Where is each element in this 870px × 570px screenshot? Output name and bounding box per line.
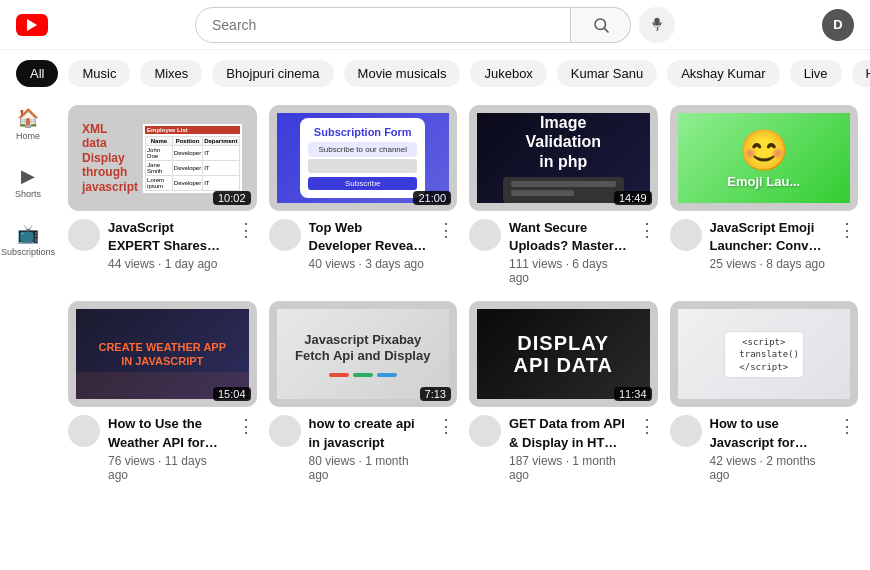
filter-chip-bhojpuri[interactable]: Bhojpuri cinema bbox=[212, 60, 333, 87]
thumbnail: Create Weather Appin Javascript 15:04 bbox=[68, 301, 257, 407]
video-meta: 187 views · 1 month ago bbox=[509, 454, 628, 482]
video-title: How to Use the Weather API for Beginners… bbox=[108, 415, 227, 451]
video-meta: 40 views · 3 days ago bbox=[309, 257, 428, 271]
video-details: JavaScript Emoji Launcher: Convert Emoji… bbox=[710, 219, 829, 271]
video-title: Want Secure Uploads? Master PHP Image an… bbox=[509, 219, 628, 255]
more-options-button[interactable]: ⋮ bbox=[435, 415, 457, 481]
thumbnail: Javascript PixabayFetch Api and Display … bbox=[269, 301, 458, 407]
filter-chip-music[interactable]: Music bbox=[68, 60, 130, 87]
video-info: How to use Javascript for hindi translat… bbox=[670, 415, 859, 481]
video-card-v1[interactable]: XMLdataDisplaythroughjavascript Employee… bbox=[68, 105, 257, 285]
thumb-content: 😊 Emoji Lau... bbox=[670, 105, 859, 211]
video-details: Top Web Developer Reveals Best Subscript… bbox=[309, 219, 428, 271]
svg-point-0 bbox=[595, 19, 606, 30]
filter-chip-html[interactable]: HTML bbox=[852, 60, 870, 87]
video-title: Top Web Developer Reveals Best Subscript… bbox=[309, 219, 428, 255]
video-info: how to create api in javascript 80 views… bbox=[269, 415, 458, 481]
more-options-button[interactable]: ⋮ bbox=[235, 219, 257, 271]
logo-area bbox=[16, 14, 48, 36]
video-title: how to create api in javascript bbox=[309, 415, 428, 451]
video-details: How to Use the Weather API for Beginners… bbox=[108, 415, 227, 481]
channel-avatar[interactable] bbox=[670, 415, 702, 447]
filter-chip-mixes[interactable]: Mixes bbox=[140, 60, 202, 87]
thumbnail: Subscription Form Subscribe to our chann… bbox=[269, 105, 458, 211]
video-info: JavaScript Emoji Launcher: Convert Emoji… bbox=[670, 219, 859, 271]
more-options-button[interactable]: ⋮ bbox=[636, 415, 658, 481]
video-title: How to use Javascript for hindi translat… bbox=[710, 415, 829, 451]
channel-avatar[interactable] bbox=[670, 219, 702, 251]
video-title: GET Data from API & Display in HTML with… bbox=[509, 415, 628, 451]
video-info: GET Data from API & Display in HTML with… bbox=[469, 415, 658, 481]
video-meta: 25 views · 8 days ago bbox=[710, 257, 829, 271]
mic-icon bbox=[649, 17, 665, 33]
video-info: How to Use the Weather API for Beginners… bbox=[68, 415, 257, 481]
channel-avatar[interactable] bbox=[68, 415, 100, 447]
sidebar-item-home[interactable]: 🏠Home bbox=[16, 107, 40, 141]
search-input[interactable] bbox=[196, 17, 570, 33]
more-options-button[interactable]: ⋮ bbox=[435, 219, 457, 271]
video-info: JavaScript EXPERT Shares Top XML Data Di… bbox=[68, 219, 257, 271]
video-details: How to use Javascript for hindi translat… bbox=[710, 415, 829, 481]
video-details: JavaScript EXPERT Shares Top XML Data Di… bbox=[108, 219, 227, 271]
sidebar-item-shorts[interactable]: ▶Shorts bbox=[15, 165, 41, 199]
duration-badge: 11:34 bbox=[614, 387, 652, 401]
thumbnail: XMLdataDisplaythroughjavascript Employee… bbox=[68, 105, 257, 211]
youtube-logo-icon[interactable] bbox=[16, 14, 48, 36]
header: D bbox=[0, 0, 870, 50]
more-options-button[interactable]: ⋮ bbox=[836, 219, 858, 271]
channel-avatar[interactable] bbox=[469, 415, 501, 447]
video-card-v8[interactable]: <script> translate() </script> How to us… bbox=[670, 301, 859, 481]
search-icon bbox=[592, 16, 610, 34]
channel-avatar[interactable] bbox=[469, 219, 501, 251]
sidebar: 🏠Home▶Shorts📺Subscriptions bbox=[0, 97, 56, 570]
channel-avatar[interactable] bbox=[269, 219, 301, 251]
video-meta: 42 views · 2 months ago bbox=[710, 454, 829, 482]
video-card-v6[interactable]: Javascript PixabayFetch Api and Display … bbox=[269, 301, 458, 481]
duration-badge: 10:02 bbox=[213, 191, 251, 205]
video-title: JavaScript Emoji Launcher: Convert Emoji… bbox=[710, 219, 829, 255]
video-details: how to create api in javascript 80 views… bbox=[309, 415, 428, 481]
video-card-v5[interactable]: Create Weather Appin Javascript 15:04 Ho… bbox=[68, 301, 257, 481]
video-card-v4[interactable]: 😊 Emoji Lau... JavaScript Emoji Launcher… bbox=[670, 105, 859, 285]
search-button[interactable] bbox=[571, 7, 631, 43]
thumbnail: ImageValidationin php 14:49 bbox=[469, 105, 658, 211]
filter-chip-movie-musicals[interactable]: Movie musicals bbox=[344, 60, 461, 87]
more-options-button[interactable]: ⋮ bbox=[636, 219, 658, 285]
thumb-content: <script> translate() </script> bbox=[670, 301, 859, 407]
more-options-button[interactable]: ⋮ bbox=[235, 415, 257, 481]
video-card-v3[interactable]: ImageValidationin php 14:49 Want Secure … bbox=[469, 105, 658, 285]
video-meta: 80 views · 1 month ago bbox=[309, 454, 428, 482]
avatar[interactable]: D bbox=[822, 9, 854, 41]
header-right: D bbox=[822, 9, 854, 41]
duration-badge: 15:04 bbox=[213, 387, 251, 401]
video-details: GET Data from API & Display in HTML with… bbox=[509, 415, 628, 481]
video-title: JavaScript EXPERT Shares Top XML Data Di… bbox=[108, 219, 227, 255]
video-card-v2[interactable]: Subscription Form Subscribe to our chann… bbox=[269, 105, 458, 285]
duration-badge: 21:00 bbox=[413, 191, 451, 205]
video-grid: XMLdataDisplaythroughjavascript Employee… bbox=[68, 105, 858, 482]
video-card-v7[interactable]: DISPLAYAPI DATA 11:34 GET Data from API … bbox=[469, 301, 658, 481]
channel-avatar[interactable] bbox=[269, 415, 301, 447]
thumbnail: <script> translate() </script> bbox=[670, 301, 859, 407]
filter-chip-live[interactable]: Live bbox=[790, 60, 842, 87]
sidebar-item-subs[interactable]: 📺Subscriptions bbox=[1, 223, 55, 257]
svg-line-1 bbox=[604, 28, 608, 32]
video-info: Top Web Developer Reveals Best Subscript… bbox=[269, 219, 458, 271]
more-options-button[interactable]: ⋮ bbox=[836, 415, 858, 481]
thumbnail: 😊 Emoji Lau... bbox=[670, 105, 859, 211]
mic-button[interactable] bbox=[639, 7, 675, 43]
filter-bar: AllMusicMixesBhojpuri cinemaMovie musica… bbox=[0, 50, 870, 97]
filter-chip-kumar-sanu[interactable]: Kumar Sanu bbox=[557, 60, 657, 87]
video-info: Want Secure Uploads? Master PHP Image an… bbox=[469, 219, 658, 285]
filter-chip-jukebox[interactable]: Jukebox bbox=[470, 60, 546, 87]
channel-avatar[interactable] bbox=[68, 219, 100, 251]
thumbnail: DISPLAYAPI DATA 11:34 bbox=[469, 301, 658, 407]
search-box bbox=[195, 7, 571, 43]
video-meta: 76 views · 11 days ago bbox=[108, 454, 227, 482]
filter-chip-all[interactable]: All bbox=[16, 60, 58, 87]
duration-badge: 14:49 bbox=[614, 191, 652, 205]
duration-badge: 7:13 bbox=[420, 387, 451, 401]
video-meta: 44 views · 1 day ago bbox=[108, 257, 227, 271]
search-area bbox=[195, 7, 675, 43]
filter-chip-akshay-kumar[interactable]: Akshay Kumar bbox=[667, 60, 780, 87]
